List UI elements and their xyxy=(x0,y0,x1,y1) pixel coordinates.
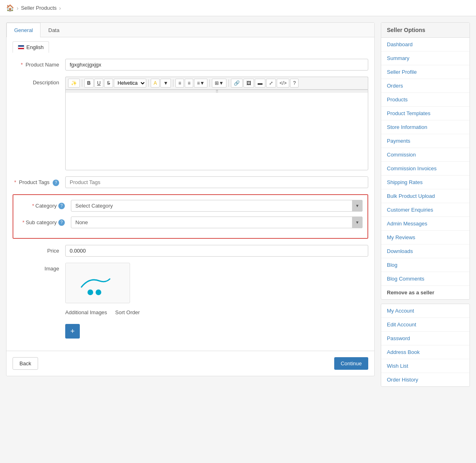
highlight-arrow-btn[interactable]: ▼ xyxy=(160,79,171,88)
image-upload-box[interactable] xyxy=(65,263,130,303)
strikethrough-btn[interactable]: S̶ xyxy=(104,79,113,88)
list-btn[interactable]: ≡ xyxy=(175,79,184,88)
align-left-btn[interactable]: ≡ xyxy=(185,79,193,88)
subcategory-select[interactable]: None xyxy=(71,216,363,228)
image-placeholder-svg xyxy=(77,269,118,297)
lang-tab-english[interactable]: English xyxy=(13,41,49,53)
highlight-btn[interactable]: A xyxy=(151,79,160,88)
sidebar-item-customer-enquiries[interactable]: Customer Enquiries xyxy=(381,203,470,217)
price-group: Price xyxy=(13,245,368,257)
sidebar-item-payments[interactable]: Payments xyxy=(381,134,470,148)
required-star: * xyxy=(21,62,23,68)
media-btn[interactable]: ▬ xyxy=(255,79,265,88)
editor-toolbar: ✨ B U S̶ Helvetica A ▼ ≡ ≡ xyxy=(65,77,368,89)
category-help-icon[interactable]: ? xyxy=(58,203,65,209)
table-btn[interactable]: ⊞▼ xyxy=(212,79,226,88)
toolbar-sep-2 xyxy=(148,79,149,87)
bold-btn[interactable]: B xyxy=(84,79,94,88)
sidebar-item-commission-invoices[interactable]: Commission Invoices xyxy=(381,162,470,176)
underline-btn[interactable]: U xyxy=(94,79,104,88)
image-label: Image xyxy=(13,263,65,272)
subcategory-select-wrapper: None xyxy=(71,216,363,228)
sidebar-item-seller-profile[interactable]: Seller Profile xyxy=(381,65,470,79)
required-star-sub: * xyxy=(22,219,24,225)
sidebar-item-blog-comments[interactable]: Blog Comments xyxy=(381,272,470,286)
separator: › xyxy=(17,5,19,11)
breadcrumb-seller-products[interactable]: Seller Products xyxy=(21,5,57,11)
code-btn[interactable]: </> xyxy=(277,79,289,88)
sort-order-col: Sort Order xyxy=(115,309,140,318)
sidebar-item-wish-list[interactable]: Wish List xyxy=(381,359,470,373)
sidebar-item-summary[interactable]: Summary xyxy=(381,51,470,65)
sidebar-item-bulk-product-upload[interactable]: Bulk Product Upload xyxy=(381,189,470,203)
magic-btn[interactable]: ✨ xyxy=(68,79,80,88)
sidebar-item-shipping-rates[interactable]: Shipping Rates xyxy=(381,176,470,189)
subcategory-label: * Sub category ? xyxy=(18,219,71,226)
category-select[interactable]: Select Category xyxy=(71,200,363,212)
image-btn[interactable]: 🖼 xyxy=(243,79,254,88)
tabs-bar: General Data xyxy=(6,23,374,37)
sidebar-item-order-history[interactable]: Order History xyxy=(381,373,470,386)
home-icon[interactable]: 🏠 xyxy=(6,4,14,12)
subcategory-group: * Sub category ? None xyxy=(18,216,363,228)
sidebar-item-downloads[interactable]: Downloads xyxy=(381,244,470,258)
sidebar-item-dashboard[interactable]: Dashboard xyxy=(381,38,470,51)
sidebar-item-orders[interactable]: Orders xyxy=(381,79,470,93)
back-button[interactable]: Back xyxy=(13,357,38,370)
sidebar: Seller Options Dashboard Summary Seller … xyxy=(381,22,470,391)
continue-button[interactable]: Continue xyxy=(334,357,368,370)
sidebar-item-admin-messages[interactable]: Admin Messages xyxy=(381,217,470,231)
category-select-wrapper: Select Category xyxy=(71,200,363,212)
tab-general[interactable]: General xyxy=(6,23,41,37)
sidebar-item-password[interactable]: Password xyxy=(381,332,470,345)
sidebar-item-edit-account[interactable]: Edit Account xyxy=(381,318,470,332)
content-area: General Data English * Product Name Desc… xyxy=(6,22,375,376)
sidebar-item-my-reviews[interactable]: My Reviews xyxy=(381,231,470,244)
sidebar-item-blog[interactable]: Blog xyxy=(381,258,470,272)
sidebar-item-store-information[interactable]: Store Information xyxy=(381,120,470,134)
sort-order-label: Sort Order xyxy=(115,309,140,315)
editor-body[interactable] xyxy=(65,89,368,170)
form-section: * Product Name Description ✨ B U S̶ xyxy=(6,53,374,351)
toolbar-sep-1 xyxy=(82,79,82,87)
sidebar-item-remove-as-seller[interactable]: Remove as a seller xyxy=(381,286,470,299)
price-label: Price xyxy=(13,245,65,254)
product-tags-input[interactable] xyxy=(65,176,368,188)
add-images-section: Additional Images Sort Order xyxy=(65,309,368,318)
align-select-btn[interactable]: ≡▼ xyxy=(194,79,207,88)
sidebar-item-my-account[interactable]: My Account xyxy=(381,304,470,318)
description-label: Description xyxy=(13,77,65,86)
tags-help-icon[interactable]: ? xyxy=(53,180,59,186)
lang-tab-bar: English xyxy=(6,37,374,53)
help-btn[interactable]: ? xyxy=(290,79,299,88)
additional-images-label: Additional Images xyxy=(65,309,107,315)
product-tags-label: * Product Tags ? xyxy=(13,176,65,186)
price-input[interactable] xyxy=(65,245,368,257)
sidebar-item-products[interactable]: Products xyxy=(381,93,470,107)
font-select[interactable]: Helvetica xyxy=(114,79,146,88)
product-name-input[interactable] xyxy=(65,59,368,71)
sidebar-item-address-book[interactable]: Address Book xyxy=(381,345,470,359)
sidebar-item-commission[interactable]: Commission xyxy=(381,148,470,162)
separator2: › xyxy=(59,5,61,11)
category-group: * Category ? Select Category xyxy=(18,200,363,212)
description-group: Description ✨ B U S̶ Helvetica A ▼ xyxy=(13,77,368,170)
image-group: Image xyxy=(13,263,368,303)
resize-btn[interactable]: ⤢ xyxy=(266,79,276,88)
footer-buttons: Back Continue xyxy=(6,351,374,376)
subcategory-help-icon[interactable]: ? xyxy=(58,219,65,226)
sidebar-item-product-templates[interactable]: Product Templates xyxy=(381,107,470,120)
product-name-group: * Product Name xyxy=(13,59,368,71)
editor-wrapper: ✨ B U S̶ Helvetica A ▼ ≡ ≡ xyxy=(65,77,368,170)
seller-options-section: Seller Options Dashboard Summary Seller … xyxy=(381,22,470,300)
link-btn[interactable]: 🔗 xyxy=(231,79,243,88)
toolbar-sep-3 xyxy=(173,79,173,87)
add-row-button[interactable]: + xyxy=(65,324,80,339)
account-section: My Account Edit Account Password Address… xyxy=(381,304,470,387)
required-star-tags: * xyxy=(14,179,16,185)
product-tags-group: * Product Tags ? xyxy=(13,176,368,188)
category-label: * Category ? xyxy=(18,203,71,209)
tab-data[interactable]: Data xyxy=(41,23,67,37)
svg-point-1 xyxy=(96,289,101,295)
editor-resize-handle[interactable] xyxy=(66,90,368,93)
